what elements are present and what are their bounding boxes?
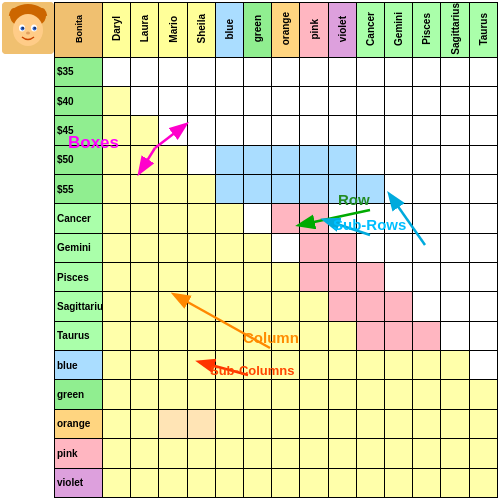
- col-header-daryl: Daryl: [103, 3, 131, 58]
- col-header-sheila: Sheila: [187, 3, 215, 58]
- col-header-blue: blue: [215, 3, 243, 58]
- col-header-cancer: Cancer: [356, 3, 384, 58]
- corner-cell: Bonita: [55, 3, 103, 58]
- rowlabel-gemini: Gemini: [55, 233, 103, 262]
- svg-point-7: [22, 27, 24, 29]
- col-header-mario: Mario: [159, 3, 187, 58]
- rowlabel-35: $35: [55, 57, 103, 86]
- col-header-sagittarius: Sagittarius: [441, 3, 469, 58]
- svg-point-8: [34, 27, 36, 29]
- row-35: $35: [55, 57, 498, 86]
- rowlabel-blue: blue: [55, 351, 103, 380]
- svg-point-2: [13, 14, 43, 46]
- rowlabel-55: $55: [55, 175, 103, 204]
- row-45: $45: [55, 116, 498, 145]
- svg-point-9: [26, 32, 30, 35]
- row-blue: blue: [55, 351, 498, 380]
- rowlabel-orange: orange: [55, 409, 103, 438]
- col-header-laura: Laura: [131, 3, 159, 58]
- row-55: $55: [55, 175, 498, 204]
- col-header-pisces: Pisces: [413, 3, 441, 58]
- rowlabel-pisces: Pisces: [55, 263, 103, 292]
- row-50: $50: [55, 145, 498, 174]
- row-violet: violet: [55, 468, 498, 498]
- grid-wrapper: Bonita Daryl Laura Mario Sheila blue gre…: [54, 2, 498, 498]
- col-header-green: green: [244, 3, 272, 58]
- row-gemini: Gemini: [55, 233, 498, 262]
- rowlabel-sagittarius: Sagittarius: [55, 292, 103, 321]
- row-cancer: Cancer: [55, 204, 498, 233]
- main-table: Bonita Daryl Laura Mario Sheila blue gre…: [54, 2, 498, 498]
- row-40: $40: [55, 87, 498, 116]
- row-pisces: Pisces: [55, 263, 498, 292]
- rowlabel-taurus: Taurus: [55, 321, 103, 350]
- col-header-pink: pink: [300, 3, 328, 58]
- main-container: Bonita Daryl Laura Mario Sheila blue gre…: [0, 0, 500, 500]
- rowlabel-violet: violet: [55, 468, 103, 498]
- rowlabel-45: $45: [55, 116, 103, 145]
- rowlabel-cancer: Cancer: [55, 204, 103, 233]
- rowlabel-pink: pink: [55, 439, 103, 468]
- col-header-gemini: Gemini: [385, 3, 413, 58]
- col-header-violet: violet: [328, 3, 356, 58]
- rowlabel-green: green: [55, 380, 103, 409]
- col-header-taurus: Taurus: [469, 3, 497, 58]
- row-green: green: [55, 380, 498, 409]
- rowlabel-40: $40: [55, 87, 103, 116]
- col-header-orange: orange: [272, 3, 300, 58]
- row-sagittarius: Sagittarius: [55, 292, 498, 321]
- row-taurus: Taurus: [55, 321, 498, 350]
- row-pink: pink: [55, 439, 498, 468]
- row-orange: orange: [55, 409, 498, 438]
- rowlabel-50: $50: [55, 145, 103, 174]
- avatar: [2, 2, 54, 54]
